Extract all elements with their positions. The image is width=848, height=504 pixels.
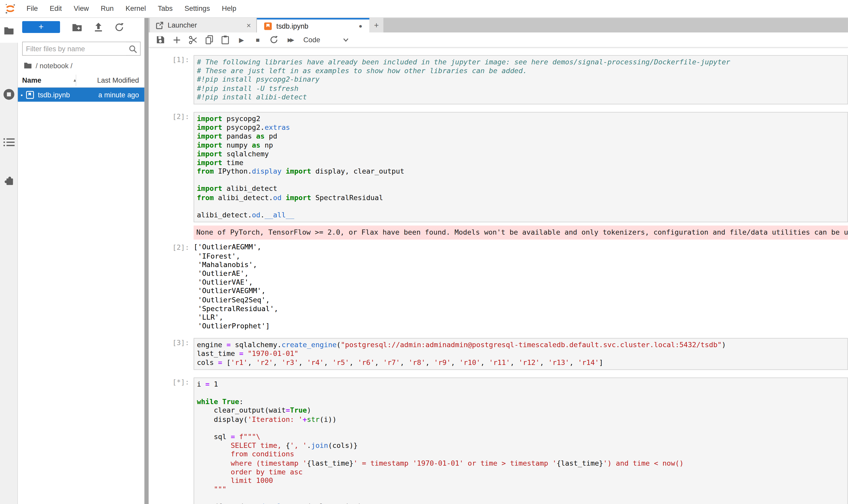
menu-kernel[interactable]: Kernel (120, 0, 152, 17)
result-line: 'OutlierVAE', (194, 278, 848, 287)
file-browser-toolbar: + (18, 20, 144, 34)
code-line: # These are just left in as examples to … (197, 67, 847, 75)
running-sessions-tab-icon[interactable] (0, 88, 18, 101)
code-cell: [2]:import psycopg2import psycopg2.extra… (149, 112, 848, 222)
upload-button[interactable] (94, 22, 103, 32)
code-line (197, 389, 847, 398)
kernel-running-dot: ● (21, 93, 25, 96)
menu-edit[interactable]: Edit (44, 0, 68, 17)
code-line: # The following libraries have already b… (197, 58, 847, 67)
cell-editor[interactable]: i = 1while True: clear_output(wait=True)… (194, 377, 848, 504)
file-row-tsdb[interactable]: ● tsdb.ipynb a minute ago (18, 88, 144, 102)
code-line (197, 424, 847, 433)
code-line: import time (197, 158, 847, 167)
new-launcher-button[interactable]: + (22, 21, 60, 33)
code-line: #!pip install psycopg2-binary (197, 75, 847, 84)
search-icon (129, 45, 138, 54)
result-line: 'SpectralResidual', (194, 304, 848, 313)
filter-files-input[interactable] (26, 42, 126, 55)
code-line: df = pd.read_sql_query(sql, engine) (197, 503, 847, 504)
result-line: 'LLR', (194, 313, 848, 322)
restart-run-all-button[interactable]: ▶▶ (286, 37, 295, 43)
execution-count: [1]: (149, 55, 194, 65)
interrupt-kernel-button[interactable]: ■ (253, 36, 263, 43)
sort-ascending-icon[interactable]: ▲ (73, 78, 77, 83)
code-line: #!pip install -U tsfresh (197, 84, 847, 93)
cell-editor[interactable]: import psycopg2import psycopg2.extrasimp… (194, 112, 848, 222)
notebook-area[interactable]: [1]:# The following libraries have alrea… (149, 48, 848, 504)
code-line: while True: (197, 398, 847, 407)
execution-count: [2]: (149, 112, 194, 121)
menu-view[interactable]: View (68, 0, 95, 17)
cell-type-dropdown[interactable]: Code (303, 36, 349, 44)
code-line: #!pip install alibi-detect (197, 93, 847, 102)
stderr-output: None of PyTorch, TensorFlow >= 2.0, or F… (149, 226, 848, 240)
insert-cell-button[interactable] (172, 36, 181, 43)
unsaved-changes-dot: ● (359, 23, 362, 29)
execute-result: [2]:['OutlierAEGMM', 'IForest', 'Mahalan… (149, 243, 848, 331)
run-cell-button[interactable]: ▶ (237, 36, 246, 43)
code-line: import alibi_detect (197, 185, 847, 193)
tab-label: tsdb.ipynb (276, 22, 308, 30)
refresh-file-list-button[interactable] (114, 22, 124, 32)
code-cell: [1]:# The following libraries have alrea… (149, 55, 848, 104)
menu-items: File Edit View Run Kernel Tabs Settings … (21, 0, 242, 17)
tab-bar: Launcher × tsdb.ipynb ● + (149, 18, 848, 33)
result-line: ['OutlierAEGMM', (194, 243, 848, 252)
breadcrumb: / notebook / (24, 60, 144, 70)
menu-settings[interactable]: Settings (178, 0, 216, 17)
cut-cells-button[interactable] (188, 36, 198, 44)
menu-file[interactable]: File (21, 0, 44, 17)
menu-run[interactable]: Run (95, 0, 120, 17)
filter-files-box (22, 42, 141, 56)
file-browser-tab-icon[interactable] (0, 18, 18, 43)
home-folder-icon[interactable] (24, 62, 32, 69)
result-text: ['OutlierAEGMM', 'IForest', 'Mahalanobis… (194, 243, 848, 331)
column-last-modified[interactable]: Last Modified (97, 76, 139, 85)
code-line (197, 202, 847, 211)
new-folder-button[interactable] (72, 23, 82, 31)
code-line: order by time asc (197, 468, 847, 476)
breadcrumb-path[interactable]: / notebook / (36, 61, 73, 69)
menu-help[interactable]: Help (216, 0, 242, 17)
cell-editor[interactable]: # The following libraries have already b… (194, 55, 848, 104)
new-tab-button[interactable]: + (369, 18, 383, 33)
activity-bar-lower (0, 43, 18, 504)
execution-count: [3]: (149, 338, 194, 347)
column-name[interactable]: Name (22, 76, 41, 85)
paste-cells-button[interactable] (221, 35, 230, 44)
code-line: display('Iteration: '+str(i)) (197, 415, 847, 424)
close-tab-icon[interactable]: × (247, 21, 251, 30)
menu-tabs[interactable]: Tabs (152, 0, 179, 17)
launcher-icon (156, 21, 163, 29)
tab-tsdb[interactable]: tsdb.ipynb ● (257, 18, 369, 33)
code-line: import numpy as np (197, 141, 847, 150)
copy-cells-button[interactable] (204, 35, 214, 44)
code-cell: [*]:i = 1while True: clear_output(wait=T… (149, 377, 848, 504)
result-line: 'OutlierSeq2Seq', (194, 296, 848, 304)
code-line: """ (197, 485, 847, 494)
code-line: import sqlalchemy (197, 150, 847, 158)
tab-bar-empty (383, 18, 848, 33)
menu-bar: File Edit View Run Kernel Tabs Settings … (0, 0, 848, 18)
extensions-tab-icon[interactable] (0, 175, 18, 187)
code-line: clear_output(wait=True) (197, 407, 847, 415)
tab-launcher[interactable]: Launcher × (150, 18, 257, 33)
cell-type-value: Code (303, 36, 320, 44)
output-prompt: [2]: (149, 243, 194, 252)
file-modified: a minute ago (98, 91, 139, 99)
stderr-line: None of PyTorch, TensorFlow >= 2.0, or F… (196, 229, 848, 237)
result-line: 'Mahalanobis', (194, 260, 848, 269)
table-of-contents-tab-icon[interactable] (0, 137, 18, 147)
code-cell: [3]:engine = sqlalchemy.create_engine("p… (149, 338, 848, 370)
code-line: last_time = "1970-01-01" (197, 350, 847, 359)
file-name: tsdb.ipynb (38, 91, 70, 99)
save-button[interactable] (156, 36, 165, 44)
file-browser-panel: + (18, 18, 144, 504)
panel-splitter[interactable] (144, 18, 149, 504)
restart-kernel-button[interactable] (269, 36, 278, 44)
code-line: SELECT time, {', '.join(cols)} (197, 442, 847, 450)
cell-editor[interactable]: engine = sqlalchemy.create_engine("postg… (194, 338, 848, 370)
result-line: 'OutlierAE', (194, 269, 848, 278)
code-line: alibi_detect.od.__all__ (197, 211, 847, 220)
